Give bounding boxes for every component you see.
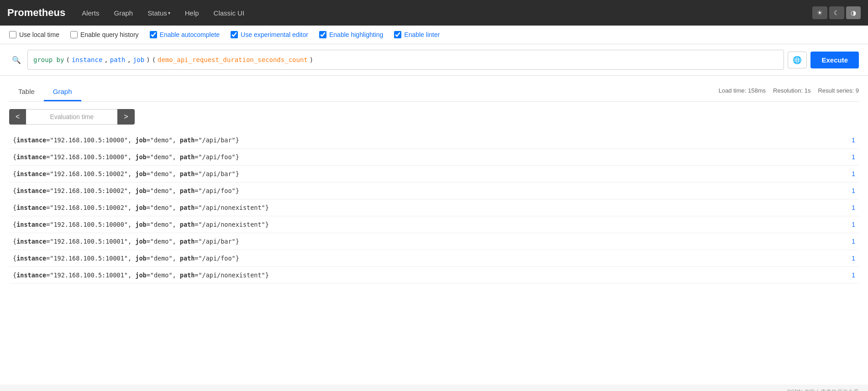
table-row: {instance="192.168.100.5:10002", job="de…: [9, 199, 859, 216]
load-time: Load time: 158ms: [719, 87, 766, 94]
enable-autocomplete-option[interactable]: Enable autocomplete: [150, 31, 220, 38]
resolution: Resolution: 1s: [773, 87, 810, 94]
label-key-job: job: [135, 221, 146, 228]
result-value: 1: [842, 221, 855, 228]
watermark-text: CSDN @富士康质检员张全蛋: [787, 389, 859, 391]
tabs-row: Table Graph Load time: 158ms Resolution:…: [9, 83, 859, 102]
query-input[interactable]: group by ( instance , path , job ) ( dem…: [27, 50, 784, 70]
options-bar: Use local time Enable query history Enab…: [0, 26, 868, 44]
result-label: {instance="192.168.100.5:10000", job="de…: [13, 221, 842, 228]
theme-switcher: ☀ ☾ ◑: [812, 6, 861, 19]
query-func-open: (: [152, 56, 156, 63]
label-key-job: job: [135, 153, 146, 161]
label-key-instance: instance: [16, 204, 46, 211]
use-local-time-option[interactable]: Use local time: [9, 31, 59, 38]
label-key-job: job: [135, 187, 146, 194]
result-value: 1: [842, 187, 855, 194]
label-key-instance: instance: [16, 221, 46, 228]
label-key-job: job: [135, 136, 146, 144]
enable-linter-option[interactable]: Enable linter: [394, 31, 440, 38]
result-label: {instance="192.168.100.5:10002", job="de…: [13, 187, 842, 194]
query-metric-name: demo_api_request_duration_seconds_count: [158, 56, 308, 63]
query-comma-2: ,: [127, 56, 131, 63]
label-key-path: path: [180, 255, 195, 262]
query-param-path: path: [110, 56, 126, 63]
result-label: {instance="192.168.100.5:10001", job="de…: [13, 255, 842, 262]
eval-prev-button[interactable]: <: [9, 109, 26, 125]
label-key-job: job: [135, 170, 146, 177]
result-table: {instance="192.168.100.5:10000", job="de…: [9, 132, 859, 284]
result-label: {instance="192.168.100.5:10000", job="de…: [13, 153, 842, 161]
enable-query-history-option[interactable]: Enable query history: [70, 31, 139, 38]
navbar: Prometheus Alerts Graph Status ▾ Help Cl…: [0, 0, 868, 26]
query-param-job: job: [133, 56, 144, 63]
globe-button[interactable]: 🌐: [788, 52, 807, 68]
table-row: {instance="192.168.100.5:10001", job="de…: [9, 233, 859, 250]
use-experimental-editor-label: Use experimental editor: [241, 31, 308, 38]
use-experimental-editor-checkbox[interactable]: [231, 31, 238, 38]
use-local-time-checkbox[interactable]: [9, 31, 16, 38]
query-paren-open: (: [66, 56, 69, 63]
query-comma-1: ,: [104, 56, 108, 63]
label-key-path: path: [180, 136, 195, 144]
tabs-left: Table Graph: [9, 83, 81, 101]
table-row: {instance="192.168.100.5:10000", job="de…: [9, 149, 859, 166]
eval-time-display[interactable]: Evaluation time: [26, 109, 117, 125]
label-key-path: path: [180, 153, 195, 161]
result-value: 1: [842, 153, 855, 161]
enable-highlighting-checkbox[interactable]: [319, 31, 326, 38]
query-param-instance: instance: [72, 56, 102, 63]
label-key-instance: instance: [16, 136, 46, 144]
label-key-job: job: [135, 204, 146, 211]
label-key-job: job: [135, 238, 146, 245]
nav-link-graph[interactable]: Graph: [109, 5, 139, 21]
nav-link-classic-ui[interactable]: Classic UI: [208, 5, 250, 21]
enable-query-history-label: Enable query history: [80, 31, 139, 38]
result-value: 1: [842, 136, 855, 144]
nav-link-status[interactable]: Status ▾: [142, 5, 176, 21]
label-key-path: path: [180, 271, 195, 279]
eval-next-button[interactable]: >: [117, 109, 134, 125]
enable-autocomplete-checkbox[interactable]: [150, 31, 157, 38]
result-series: Result series: 9: [818, 87, 859, 94]
watermark: CSDN @富士康质检员张全蛋: [0, 385, 868, 391]
tab-table[interactable]: Table: [9, 83, 44, 101]
enable-highlighting-option[interactable]: Enable highlighting: [319, 31, 383, 38]
brand-logo[interactable]: Prometheus: [7, 7, 65, 19]
tab-graph[interactable]: Graph: [44, 83, 81, 101]
enable-highlighting-label: Enable highlighting: [329, 31, 383, 38]
use-experimental-editor-option[interactable]: Use experimental editor: [231, 31, 308, 38]
label-key-instance: instance: [16, 170, 46, 177]
result-value: 1: [842, 170, 855, 177]
result-value: 1: [842, 271, 855, 279]
result-value: 1: [842, 255, 855, 262]
theme-light-button[interactable]: ☀: [812, 6, 827, 19]
table-row: {instance="192.168.100.5:10001", job="de…: [9, 250, 859, 267]
theme-dark-button[interactable]: ☾: [829, 6, 844, 19]
nav-link-help[interactable]: Help: [179, 5, 205, 21]
query-bar: 🔍 group by ( instance , path , job ) ( d…: [0, 44, 868, 76]
table-row: {instance="192.168.100.5:10002", job="de…: [9, 166, 859, 182]
execute-button[interactable]: Execute: [810, 52, 859, 68]
result-label: {instance="192.168.100.5:10002", job="de…: [13, 204, 842, 211]
table-row: {instance="192.168.100.5:10000", job="de…: [9, 132, 859, 149]
label-key-path: path: [180, 170, 195, 177]
label-key-path: path: [180, 187, 195, 194]
enable-linter-checkbox[interactable]: [394, 31, 401, 38]
label-key-job: job: [135, 271, 146, 279]
table-row: {instance="192.168.100.5:10002", job="de…: [9, 182, 859, 199]
nav-link-alerts[interactable]: Alerts: [76, 5, 105, 21]
theme-auto-button[interactable]: ◑: [846, 6, 861, 19]
search-icon: 🔍: [9, 53, 24, 67]
label-key-instance: instance: [16, 153, 46, 161]
query-paren-close: ): [146, 56, 150, 63]
label-key-instance: instance: [16, 255, 46, 262]
enable-query-history-checkbox[interactable]: [70, 31, 78, 38]
enable-linter-label: Enable linter: [404, 31, 440, 38]
table-row: {instance="192.168.100.5:10000", job="de…: [9, 216, 859, 233]
label-key-job: job: [135, 255, 146, 262]
label-key-path: path: [180, 238, 195, 245]
result-label: {instance="192.168.100.5:10002", job="de…: [13, 170, 842, 177]
result-label: {instance="192.168.100.5:10000", job="de…: [13, 136, 842, 144]
label-key-instance: instance: [16, 187, 46, 194]
